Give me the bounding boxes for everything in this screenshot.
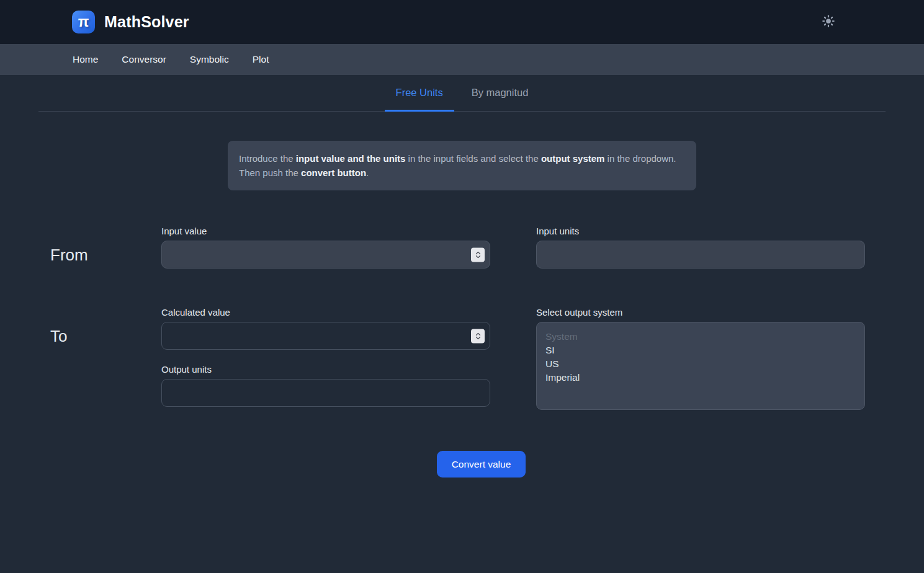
output-units-label: Output units xyxy=(161,364,490,375)
pi-logo-icon: π xyxy=(72,11,95,33)
sun-icon xyxy=(822,14,835,30)
convert-value-button[interactable]: Convert value xyxy=(437,451,526,477)
tab-by-magnitud[interactable]: By magnitud xyxy=(460,75,540,112)
nav-item-conversor[interactable]: Conversor xyxy=(122,54,166,65)
number-spinner-icon[interactable] xyxy=(471,329,485,343)
output-system-group: Select output system System SI US Imperi… xyxy=(536,307,865,410)
input-value-label: Input value xyxy=(161,226,490,236)
output-system-option-us[interactable]: US xyxy=(537,357,864,371)
output-system-option-imperial[interactable]: Imperial xyxy=(537,371,864,384)
number-spinner-icon[interactable] xyxy=(471,247,485,262)
nav-item-home[interactable]: Home xyxy=(73,54,98,65)
from-row: From Input value Input units xyxy=(38,226,924,269)
instructions-text-segment: . xyxy=(366,167,369,178)
select-output-system-label: Select output system xyxy=(536,307,865,318)
app-title: MathSolver xyxy=(104,13,189,31)
input-value-field[interactable] xyxy=(161,241,490,269)
output-system-option-si[interactable]: SI xyxy=(537,344,864,357)
output-units-field[interactable] xyxy=(161,379,490,407)
instructions-bold-segment: convert button xyxy=(301,167,366,178)
pi-glyph: π xyxy=(78,14,89,30)
tabs-bar: Free Units By magnitud xyxy=(38,75,886,112)
from-label-col: From xyxy=(38,226,161,265)
theme-toggle-button[interactable] xyxy=(820,14,837,30)
instructions-text-segment: Introduce the xyxy=(239,153,296,164)
main-nav: Home Conversor Symbolic Plot xyxy=(0,44,924,75)
to-section-label: To xyxy=(50,327,161,346)
to-row: To Calculated value Output units Select … xyxy=(38,307,924,410)
unit-converter-form: From Input value Input units To Calculat… xyxy=(0,226,924,477)
input-units-field[interactable] xyxy=(536,241,865,269)
instructions-bold-segment: input value and the units xyxy=(296,153,406,164)
from-section-label: From xyxy=(50,246,161,265)
calculated-value-label: Calculated value xyxy=(161,307,490,318)
calculated-value-wrap xyxy=(161,322,490,350)
instructions-box: Introduce the input value and the units … xyxy=(228,141,696,190)
to-label-col: To xyxy=(38,307,161,346)
brand: π MathSolver xyxy=(72,11,189,33)
output-system-listbox[interactable]: System SI US Imperial xyxy=(536,322,865,410)
nav-item-plot[interactable]: Plot xyxy=(253,54,269,65)
input-units-field-group: Input units xyxy=(536,226,865,269)
input-value-wrap xyxy=(161,241,490,269)
nav-item-symbolic[interactable]: Symbolic xyxy=(190,54,229,65)
input-value-field-group: Input value xyxy=(161,226,490,269)
instructions-text-segment: in the input fields and select the xyxy=(405,153,540,164)
tab-free-units[interactable]: Free Units xyxy=(385,75,454,112)
input-units-label: Input units xyxy=(536,226,865,236)
app-header: π MathSolver xyxy=(0,0,924,44)
to-fields-col: Calculated value Output units xyxy=(161,307,490,407)
output-system-option-system: System xyxy=(537,330,864,344)
calculated-value-field[interactable] xyxy=(161,322,490,350)
instructions-bold-segment: output system xyxy=(541,153,605,164)
